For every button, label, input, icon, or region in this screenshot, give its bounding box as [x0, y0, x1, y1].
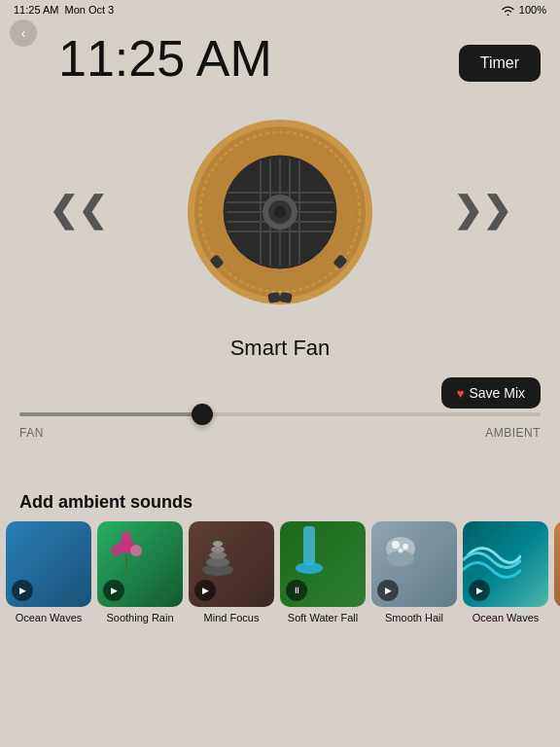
sound-card-waterfall[interactable]: ⏸ Soft Water Fall — [280, 521, 366, 624]
svg-point-27 — [122, 531, 131, 541]
sound-card-ocean[interactable]: ▶ Ocean Waves — [463, 521, 548, 624]
next-device-button[interactable]: ❯❯ — [453, 190, 511, 231]
slider-labels: FAN AMBIENT — [19, 426, 541, 440]
save-mix-button[interactable]: ♥ Save Mix — [441, 377, 541, 409]
sound-thumb-hail: ▶ — [371, 521, 457, 607]
sound-label-focus: Mind Focus — [204, 612, 260, 624]
status-bar: 11:25 AM Mon Oct 3 100% — [0, 0, 560, 19]
slider-fill — [19, 412, 202, 416]
fan-image-container — [173, 105, 387, 319]
svg-point-32 — [211, 547, 225, 553]
previous-device-button[interactable]: ❮❮ — [49, 190, 107, 231]
fan-label: FAN — [19, 426, 44, 440]
sound-thumb-rain: ▶ — [97, 521, 183, 607]
svg-point-26 — [130, 545, 142, 556]
status-left: 11:25 AM Mon Oct 3 — [14, 4, 114, 16]
svg-point-40 — [399, 549, 403, 553]
sound-label-rain: Soothing Rain — [106, 612, 173, 624]
fan-image — [183, 115, 377, 309]
status-date: Mon Oct 3 — [64, 4, 114, 16]
svg-point-19 — [274, 206, 286, 218]
ocean-illustration — [463, 521, 521, 580]
play-button-waves[interactable]: ▶ — [12, 580, 33, 601]
play-button-hail[interactable]: ▶ — [377, 580, 399, 601]
pause-button-waterfall[interactable]: ⏸ — [286, 580, 307, 601]
sound-thumb-cozy: ▶ — [554, 521, 560, 607]
sound-card-hail[interactable]: ▶ Smooth Hail — [371, 521, 457, 624]
sound-card-cozy[interactable]: ▶ Cozy — [554, 521, 560, 624]
timer-button[interactable]: Timer — [459, 45, 541, 82]
sound-label-waves: Ocean Waves — [16, 612, 83, 624]
svg-point-35 — [296, 562, 323, 574]
svg-rect-34 — [303, 526, 315, 565]
ambient-section-title: Add ambient sounds — [19, 492, 192, 513]
focus-illustration — [189, 521, 247, 580]
sound-card-waves[interactable]: ▶ Ocean Waves — [6, 521, 91, 624]
save-mix-label: Save Mix — [469, 385, 525, 401]
ambient-label: AMBIENT — [485, 426, 541, 440]
back-icon: ‹ — [21, 25, 26, 41]
device-name: Smart Fan — [230, 336, 331, 361]
sound-thumb-waterfall: ⏸ — [280, 521, 366, 607]
sound-card-rain[interactable]: ▶ Soothing Rain — [97, 521, 183, 624]
play-button-focus[interactable]: ▶ — [194, 580, 216, 601]
sound-label-waterfall: Soft Water Fall — [288, 612, 358, 624]
cozy-illustration — [554, 521, 560, 580]
waterfall-illustration — [280, 521, 338, 580]
sound-thumb-ocean: ▶ — [463, 521, 548, 607]
sound-label-hail: Smooth Hail — [385, 612, 443, 624]
sound-card-focus[interactable]: ▶ Mind Focus — [189, 521, 274, 624]
status-right: 100% — [501, 4, 546, 16]
hail-illustration — [371, 521, 430, 580]
slider-track[interactable] — [19, 412, 541, 416]
slider-thumb[interactable] — [192, 404, 213, 425]
wifi-icon — [501, 5, 515, 16]
rain-illustration — [97, 521, 156, 580]
svg-point-33 — [213, 541, 223, 547]
status-time: 11:25 AM — [14, 4, 58, 16]
sound-label-ocean: Ocean Waves — [472, 612, 540, 624]
svg-point-39 — [402, 544, 408, 550]
play-button-ocean[interactable]: ▶ — [469, 580, 490, 601]
time-display: 11:25 AM — [58, 29, 272, 88]
svg-point-25 — [111, 545, 122, 556]
play-button-rain[interactable]: ▶ — [103, 580, 124, 601]
sounds-carousel: ▶ Ocean Waves ▶ Soothing Rain — [0, 521, 560, 624]
fan-ambient-slider-section: FAN AMBIENT — [19, 409, 541, 440]
sound-thumb-focus: ▶ — [189, 521, 274, 607]
sound-thumb-waves: ▶ — [6, 521, 91, 607]
heart-icon: ♥ — [457, 386, 465, 401]
battery-level: 100% — [519, 4, 546, 16]
svg-point-38 — [392, 541, 400, 549]
back-button[interactable]: ‹ — [10, 19, 37, 47]
